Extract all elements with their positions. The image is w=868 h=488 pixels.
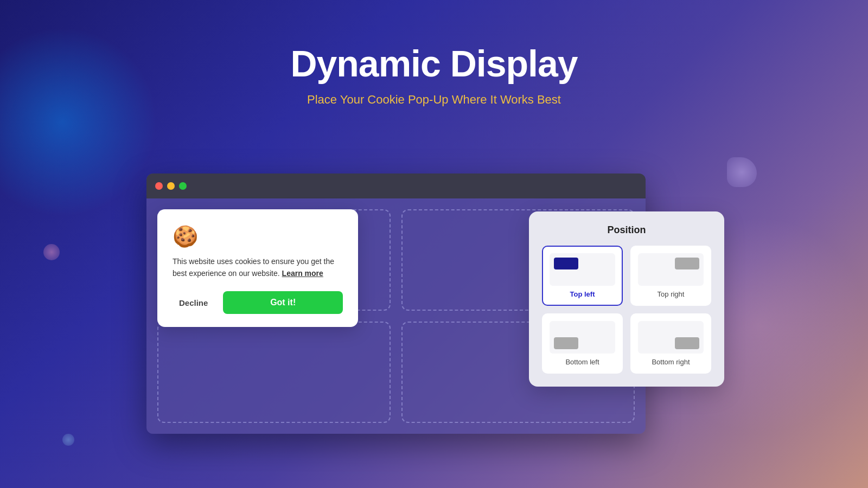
placeholder-bottom-left [157, 322, 391, 423]
position-label-top-right: Top right [658, 290, 685, 298]
position-panel: Position Top left Top right Bottom left [529, 211, 724, 387]
page-title: Dynamic Display [0, 43, 868, 84]
decorative-orb-1 [43, 244, 60, 260]
got-it-button[interactable]: Got it! [223, 291, 343, 314]
cookie-buttons: Decline Got it! [173, 291, 343, 314]
learn-more-link[interactable]: Learn more [282, 269, 323, 278]
traffic-light-red[interactable] [155, 182, 163, 190]
decline-button[interactable]: Decline [173, 294, 214, 312]
browser-titlebar [146, 174, 646, 198]
page-subtitle: Place Your Cookie Pop-Up Where It Works … [0, 93, 868, 107]
position-preview-top-left [550, 253, 615, 286]
decorative-orb-2 [62, 434, 74, 446]
position-option-bottom-right[interactable]: Bottom right [630, 313, 711, 374]
decorative-orb-3 [727, 157, 757, 187]
position-preview-bottom-left [550, 321, 615, 354]
position-grid: Top left Top right Bottom left Bottom ri… [542, 246, 711, 374]
preview-indicator-bottom-left [554, 337, 578, 349]
preview-indicator-top-left [554, 258, 578, 269]
position-option-top-right[interactable]: Top right [630, 246, 711, 306]
position-option-top-left[interactable]: Top left [542, 246, 623, 306]
cookie-text: This website uses cookies to ensure you … [173, 256, 343, 279]
cookie-icon: 🍪 [173, 224, 343, 248]
position-preview-top-right [638, 253, 704, 286]
position-label-bottom-left: Bottom left [565, 358, 599, 366]
position-panel-title: Position [542, 224, 711, 236]
preview-indicator-top-right [675, 258, 699, 269]
preview-indicator-bottom-right [675, 337, 699, 349]
header: Dynamic Display Place Your Cookie Pop-Up… [0, 0, 868, 107]
cookie-popup: 🍪 This website uses cookies to ensure yo… [157, 209, 358, 327]
traffic-light-green[interactable] [179, 182, 187, 190]
position-option-bottom-left[interactable]: Bottom left [542, 313, 623, 374]
position-label-bottom-right: Bottom right [652, 358, 690, 366]
position-label-top-left: Top left [570, 290, 595, 298]
position-preview-bottom-right [638, 321, 704, 354]
traffic-light-yellow[interactable] [167, 182, 175, 190]
